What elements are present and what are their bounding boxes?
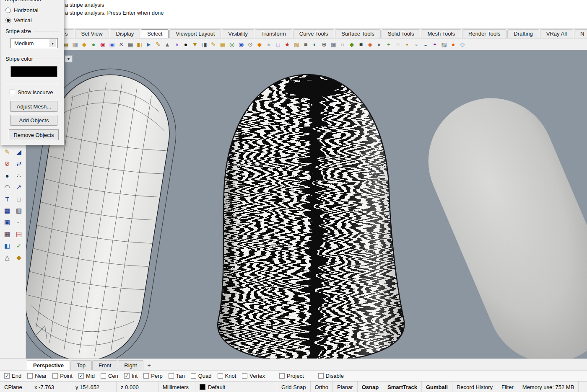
tab-n[interactable]: N xyxy=(574,29,587,38)
status-y-154-652[interactable]: y 154.652 xyxy=(71,382,117,392)
tab-curve-tools[interactable]: Curve Tools xyxy=(293,29,334,38)
toolbar-icon[interactable]: ◆ xyxy=(256,41,263,48)
toolbar-icon[interactable]: ◉ xyxy=(99,41,106,48)
toolbar-icon[interactable]: ◨ xyxy=(200,41,208,48)
toolbar-icon[interactable]: ▪ xyxy=(403,41,411,48)
status-planar[interactable]: Planar xyxy=(333,382,358,392)
status-cplane[interactable]: CPlane xyxy=(0,382,30,392)
toolbar-icon[interactable]: ⊙ xyxy=(247,41,254,48)
sidebar-icon[interactable]: ~ xyxy=(14,218,23,227)
osnap-toggle-point[interactable]: Point xyxy=(52,373,73,379)
toolbar-icon[interactable]: ○ xyxy=(394,41,402,48)
toolbar-icon[interactable]: ● xyxy=(449,41,457,48)
tab-display[interactable]: Display xyxy=(110,29,140,38)
viewport-canvas[interactable] xyxy=(26,50,587,358)
tab-mesh-tools[interactable]: Mesh Tools xyxy=(421,29,461,38)
osnap-toggle-mid[interactable]: ✓Mid xyxy=(78,373,95,379)
status-x-7-763[interactable]: x -7.763 xyxy=(30,382,71,392)
viewport-tab-right[interactable]: Right xyxy=(118,360,143,370)
sidebar-icon[interactable]: ∴ xyxy=(14,171,23,180)
toolbar-icon[interactable]: ◓ xyxy=(431,41,439,48)
zebra-capsule[interactable] xyxy=(185,50,437,358)
sidebar-icon[interactable]: ◧ xyxy=(3,241,12,250)
sidebar-icon[interactable]: ⊘ xyxy=(3,159,12,168)
sidebar-icon[interactable]: △ xyxy=(3,253,12,262)
status-filter[interactable]: Filter xyxy=(497,382,518,392)
toolbar-icon[interactable]: ◧ xyxy=(136,41,143,48)
toolbar-icon[interactable]: + xyxy=(385,41,392,48)
toolbar-icon[interactable]: ▩ xyxy=(330,41,337,48)
tab-set-view[interactable]: Set View xyxy=(75,29,109,38)
viewport-menu-arrow-icon[interactable]: ▼ xyxy=(65,55,73,62)
viewport-area[interactable]: ▼ xyxy=(26,50,587,358)
viewport-tab-front[interactable]: Front xyxy=(92,360,117,370)
tab-visibility[interactable]: Visibility xyxy=(222,29,254,38)
toolbar-icon[interactable]: ◎ xyxy=(228,41,236,48)
toolbar-icon[interactable]: ◒ xyxy=(422,41,429,48)
radio-vertical[interactable]: Vertical xyxy=(5,16,39,24)
viewport-tab-top[interactable]: Top xyxy=(70,360,92,370)
status-z-0-000[interactable]: z 0.000 xyxy=(117,382,158,392)
toolbar-icon[interactable]: □ xyxy=(274,41,282,48)
tab-transform[interactable]: Transform xyxy=(255,29,292,38)
osnap-toggle-knot[interactable]: Knot xyxy=(218,373,236,379)
command-area[interactable]: a stripe analysis a stripe analysis. Pre… xyxy=(0,0,587,28)
status-gumball[interactable]: Gumball xyxy=(422,382,452,392)
status-ortho[interactable]: Ortho xyxy=(311,382,333,392)
osnap-toggle-int[interactable]: ✓Int xyxy=(124,373,138,379)
button-add-objects[interactable]: Add Objects xyxy=(10,115,57,126)
status-smarttrack[interactable]: SmartTrack xyxy=(383,382,422,392)
status-record-history[interactable]: Record History xyxy=(452,382,497,392)
toolbar-icon[interactable]: ○ xyxy=(339,41,346,48)
osnap-toggle-near[interactable]: Near xyxy=(27,373,47,379)
toolbar-icon[interactable]: ✎ xyxy=(154,41,162,48)
toolbar-icon[interactable]: ▨ xyxy=(440,41,448,48)
osnap-toggle-quad[interactable]: Quad xyxy=(191,373,212,379)
sidebar-icon[interactable]: ▦ xyxy=(3,206,12,215)
sidebar-icon[interactable]: ▥ xyxy=(14,206,23,215)
smooth-capsule[interactable] xyxy=(409,79,587,358)
osnap-toggle-vertex[interactable]: Vertex xyxy=(242,373,265,379)
button-adjust-mesh[interactable]: Adjust Mesh... xyxy=(10,101,57,112)
sidebar-icon[interactable]: ◆ xyxy=(14,253,23,262)
toolbar-icon[interactable]: ◐ xyxy=(311,41,319,48)
toolbar-icon[interactable]: ◑ xyxy=(173,41,180,48)
tab-viewport-layout[interactable]: Viewport Layout xyxy=(169,29,221,38)
toolbar-icon[interactable]: ✕ xyxy=(117,41,125,48)
tab-solid-tools[interactable]: Solid Tools xyxy=(382,29,421,38)
radio-horizontal[interactable]: Horizontal xyxy=(5,6,39,14)
sidebar-icon[interactable]: ◢ xyxy=(14,147,23,157)
sidebar-icon[interactable]: ⇄ xyxy=(14,159,23,168)
tab-render-tools[interactable]: Render Tools xyxy=(462,29,506,38)
toolbar-icon[interactable]: ✎ xyxy=(210,41,217,48)
toolbar-icon[interactable]: ■ xyxy=(357,41,365,48)
add-viewport-tab-button[interactable]: + xyxy=(144,360,155,370)
status-default[interactable]: Default xyxy=(195,382,277,392)
viewport-tab-perspective[interactable]: Perspective xyxy=(27,360,70,370)
sidebar-icon[interactable]: ● xyxy=(3,171,12,180)
status-grid-snap[interactable]: Grid Snap xyxy=(277,382,311,392)
toolbar-icon[interactable]: ◇ xyxy=(459,41,466,48)
sidebar-icon[interactable]: ✎ xyxy=(3,147,12,157)
osnap-toggle-perp[interactable]: Perp xyxy=(143,373,162,379)
toolbar-icon[interactable]: ★ xyxy=(283,41,291,48)
tab-vray-all[interactable]: VRay All xyxy=(540,29,573,38)
sidebar-icon[interactable]: ↗ xyxy=(14,183,23,192)
toolbar-icon[interactable]: ◆ xyxy=(348,41,356,48)
toolbar-icon[interactable]: ◈ xyxy=(366,41,374,48)
toolbar-icon[interactable]: ▼ xyxy=(191,41,199,48)
toolbar-icon[interactable]: ● xyxy=(90,41,97,48)
osnap-toggle-cen[interactable]: Cen xyxy=(101,373,118,379)
toolbar-icon[interactable]: ► xyxy=(145,41,153,48)
toolbar-icon[interactable]: ▣ xyxy=(108,41,116,48)
toolbar-icon[interactable]: ▦ xyxy=(127,41,134,48)
toolbar-icon[interactable]: ▸ xyxy=(376,41,383,48)
status-memory-use-752-mb[interactable]: Memory use: 752 MB xyxy=(518,382,579,392)
status-millimeters[interactable]: Millimeters xyxy=(158,382,195,392)
toolbar-icon[interactable]: ≡ xyxy=(302,41,309,48)
toolbar-icon[interactable]: ● xyxy=(265,41,273,48)
toolbar-icon[interactable]: ◆ xyxy=(81,41,88,48)
button-remove-objects[interactable]: Remove Objects xyxy=(9,129,59,140)
stripe-color-swatch[interactable] xyxy=(10,66,57,77)
osnap-toggle-disable[interactable]: Disable xyxy=(318,373,344,379)
